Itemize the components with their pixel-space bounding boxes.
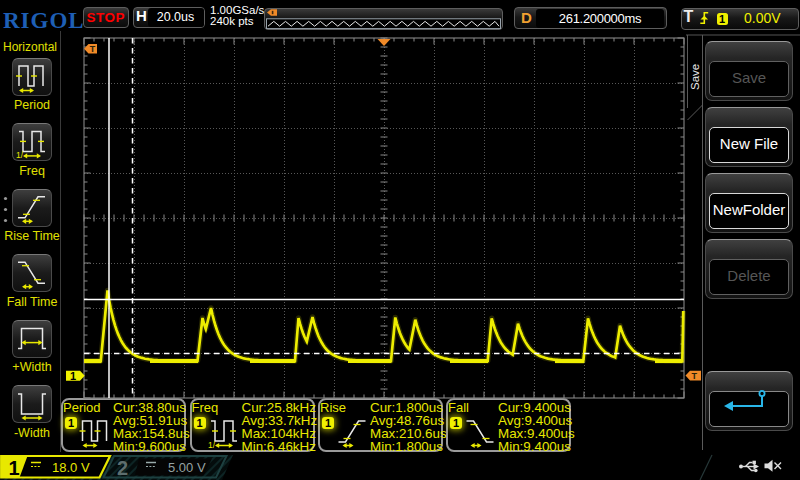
svg-text:1/: 1/ bbox=[208, 440, 216, 450]
svg-text:1/: 1/ bbox=[16, 150, 24, 160]
svg-text:5.00 V: 5.00 V bbox=[168, 460, 206, 475]
svg-text:18.0 V: 18.0 V bbox=[52, 460, 90, 475]
svg-text:2: 2 bbox=[117, 457, 128, 479]
svg-text:1: 1 bbox=[9, 457, 20, 479]
svg-text:T: T bbox=[90, 44, 96, 54]
svg-text:1: 1 bbox=[70, 370, 76, 382]
svg-text:T: T bbox=[692, 371, 698, 381]
